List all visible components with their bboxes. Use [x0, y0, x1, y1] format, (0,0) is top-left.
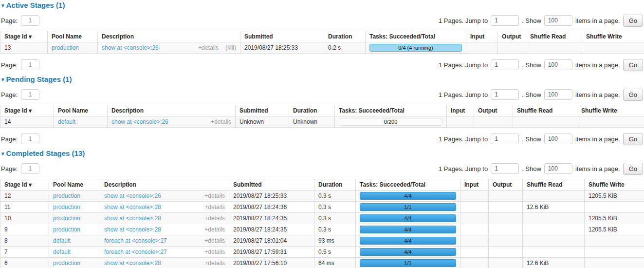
page-number-input[interactable] — [21, 163, 39, 174]
column-header[interactable]: Stage Id ▾ — [0, 31, 48, 42]
column-header[interactable]: Pool Name — [54, 105, 108, 116]
details-toggle[interactable]: +details — [204, 237, 225, 244]
details-toggle[interactable]: +details — [204, 249, 225, 255]
pool-name-link[interactable]: production — [53, 215, 80, 222]
pool-name-link[interactable]: production — [52, 44, 79, 51]
tasks-cell: 0/200 — [335, 116, 447, 128]
page-size-input[interactable] — [544, 163, 572, 174]
jump-to-page-input[interactable] — [491, 15, 519, 26]
details-toggle[interactable]: +details — [198, 44, 219, 51]
pool-name-link[interactable]: production — [53, 226, 80, 233]
tasks-cell: 1/1 — [356, 258, 460, 268]
description-link[interactable]: show at <console>:28 — [104, 215, 161, 222]
column-header[interactable]: Stage Id ▾ — [0, 179, 49, 191]
pool-name-link[interactable]: default — [53, 237, 71, 244]
go-button[interactable]: Go — [623, 89, 643, 101]
go-button[interactable]: Go — [623, 133, 643, 145]
section-title-pending-stages[interactable]: ▾Pending Stages (1) — [1, 75, 643, 83]
output-cell — [489, 213, 523, 224]
show-label: . Show — [522, 17, 541, 24]
stage-row: 12productionshow at <console>:26+details… — [0, 191, 644, 202]
column-header[interactable]: Description — [108, 105, 236, 116]
column-header[interactable]: Tasks: Succeeded/Total — [356, 179, 460, 191]
kill-link[interactable]: (kill) — [225, 44, 236, 51]
description-link[interactable]: show at <console>:26 — [104, 192, 161, 199]
details-toggle[interactable]: +details — [204, 215, 225, 222]
column-header[interactable]: Shuffle Read — [523, 179, 585, 191]
description-link[interactable]: foreach at <console>:27 — [104, 249, 167, 255]
column-header[interactable]: Shuffle Read — [513, 105, 577, 116]
pool-name-link[interactable]: production — [53, 260, 80, 267]
description-cell: foreach at <console>:27+details — [100, 235, 229, 247]
column-header[interactable]: Pool Name — [48, 31, 98, 42]
stage-row: 7defaultforeach at <console>:27+details2… — [0, 247, 644, 258]
column-header[interactable]: Tasks: Succeeded/Total — [366, 31, 466, 42]
column-header[interactable]: Stage Id ▾ — [0, 105, 54, 116]
input-cell — [447, 116, 474, 128]
description-link[interactable]: show at <console>:26 — [102, 44, 159, 51]
page-number-input[interactable] — [21, 134, 39, 144]
column-header[interactable]: Description — [100, 179, 229, 191]
jump-to-page-input[interactable] — [491, 59, 519, 70]
pool-name-link[interactable]: default — [53, 249, 71, 255]
column-header[interactable]: Input — [460, 179, 489, 191]
column-header[interactable]: Input — [447, 105, 474, 116]
page-size-input[interactable] — [544, 89, 572, 100]
duration-cell: 0.3 s — [314, 202, 356, 213]
details-toggle[interactable]: +details — [211, 118, 231, 125]
column-header[interactable]: Shuffle Write — [577, 105, 644, 116]
column-header[interactable]: Shuffle Read — [526, 31, 582, 42]
column-header[interactable]: Duration — [324, 31, 366, 42]
column-header[interactable]: Pool Name — [49, 179, 100, 191]
column-header[interactable]: Submitted — [236, 105, 289, 116]
page-size-input[interactable] — [544, 134, 572, 144]
column-header[interactable]: Shuffle Write — [582, 31, 644, 42]
page-number-input[interactable] — [21, 59, 39, 70]
details-toggle[interactable]: +details — [204, 192, 225, 199]
description-link[interactable]: show at <console>:28 — [104, 204, 161, 211]
section-title-completed-stages[interactable]: ▾Completed Stages (13) — [1, 149, 643, 157]
column-header[interactable]: Shuffle Write — [585, 179, 644, 191]
duration-cell: 0.3 s — [314, 224, 356, 235]
output-cell — [489, 191, 523, 202]
column-header[interactable]: Output — [498, 31, 526, 42]
description-link[interactable]: show at <console>:26 — [111, 118, 168, 125]
jump-to-page-input[interactable] — [491, 163, 519, 174]
page-number-input[interactable] — [21, 15, 39, 26]
pool-name-link[interactable]: production — [53, 192, 80, 199]
pool-name-link[interactable]: production — [53, 204, 80, 211]
go-button[interactable]: Go — [623, 163, 643, 175]
details-toggle[interactable]: +details — [204, 226, 225, 233]
go-button[interactable]: Go — [623, 15, 643, 27]
column-header[interactable]: Duration — [314, 179, 356, 191]
stage-id-cell: 8 — [0, 235, 49, 247]
shuffle-write-cell — [577, 116, 644, 128]
column-header[interactable]: Output — [474, 105, 513, 116]
section-title-active-stages[interactable]: ▾Active Stages (1) — [1, 1, 643, 9]
go-button[interactable]: Go — [623, 59, 643, 71]
column-header[interactable]: Submitted — [240, 31, 324, 42]
page-number-input[interactable] — [21, 89, 39, 100]
description-link[interactable]: foreach at <console>:27 — [104, 237, 167, 244]
tasks-cell: 1/1 — [356, 202, 460, 213]
description-link[interactable]: show at <console>:28 — [104, 226, 161, 233]
column-header[interactable]: Output — [489, 179, 523, 191]
column-header[interactable]: Description — [98, 31, 240, 42]
pool-name-link[interactable]: default — [58, 118, 75, 125]
details-toggle[interactable]: +details — [204, 204, 225, 211]
pool-name-cell: production — [49, 202, 100, 213]
pool-name-cell: default — [49, 235, 100, 247]
column-header[interactable]: Tasks: Succeeded/Total — [335, 105, 447, 116]
description-link[interactable]: show at <console>:28 — [104, 260, 161, 267]
details-toggle[interactable]: +details — [204, 260, 225, 267]
stage-row: 6productionshow at <console>:28+details2… — [0, 258, 644, 268]
column-header[interactable]: Input — [466, 31, 498, 42]
page-size-input[interactable] — [544, 59, 572, 70]
column-header[interactable]: Duration — [289, 105, 335, 116]
stage-id-cell: 10 — [0, 213, 49, 224]
page-size-input[interactable] — [544, 15, 572, 26]
jump-to-page-input[interactable] — [491, 89, 519, 100]
column-header[interactable]: Submitted — [229, 179, 314, 191]
page-indicator: Page: — [1, 134, 39, 144]
jump-to-page-input[interactable] — [491, 134, 519, 144]
